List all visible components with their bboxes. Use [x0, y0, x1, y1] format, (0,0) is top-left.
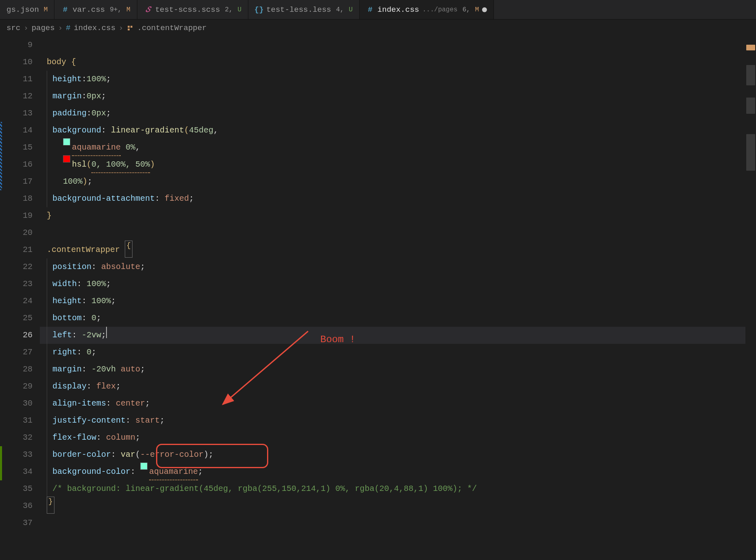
tab-bar: gs.json M # var.css 9+, M 𝓢 test-scss.sc…	[0, 0, 756, 20]
symbol-icon	[126, 24, 134, 32]
tab-test-less[interactable]: {} test-less.less 4, U	[248, 0, 359, 19]
tab-index-css[interactable]: # index.css .../pages 6, M	[360, 0, 494, 19]
color-swatch-icon	[63, 155, 70, 163]
code-editor[interactable]: body { height:100%; margin:0px; padding:…	[40, 37, 745, 560]
hash-icon: #	[366, 6, 374, 14]
chevron-right-icon: ›	[24, 24, 28, 33]
breadcrumb-file[interactable]: index.css	[74, 24, 115, 33]
breadcrumb[interactable]: src › pages › # index.css › .contentWrap…	[0, 20, 756, 37]
line-number-gutter[interactable]: 9 10 11 12 13 14 15 16 17 18 19 20 21 22…	[0, 37, 40, 560]
color-swatch-icon	[140, 462, 148, 470]
chevron-right-icon: ›	[119, 24, 123, 33]
breadcrumb-segment[interactable]: src	[7, 24, 20, 33]
hash-icon: #	[61, 6, 69, 14]
tab-gs-json[interactable]: gs.json M	[0, 0, 54, 19]
annotation-highlight-box	[156, 444, 268, 468]
chevron-right-icon: ›	[58, 24, 63, 33]
hash-icon: #	[66, 24, 70, 33]
tab-var-css[interactable]: # var.css 9+, M	[54, 0, 137, 19]
breadcrumb-segment[interactable]: pages	[32, 24, 55, 33]
color-swatch-icon	[63, 138, 70, 145]
tab-test-scss[interactable]: 𝓢 test-scss.scss 2, U	[137, 0, 248, 19]
braces-icon: {}	[255, 6, 263, 14]
text-cursor	[106, 327, 107, 338]
dirty-indicator-icon	[482, 7, 487, 12]
breadcrumb-symbol[interactable]: .contentWrapper	[137, 24, 206, 33]
sass-icon: 𝓢	[144, 6, 152, 14]
minimap[interactable]	[745, 37, 756, 560]
